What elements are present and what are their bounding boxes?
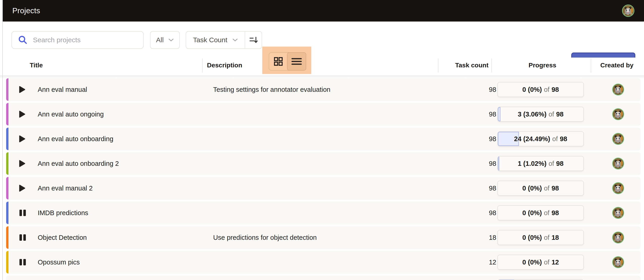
- sort-order-icon: [248, 35, 259, 45]
- creator-avatar[interactable]: [612, 84, 624, 96]
- list-view-button[interactable]: [287, 52, 306, 71]
- progress-fill: [498, 107, 500, 121]
- progress-pill: 0 (0%)of98: [498, 205, 584, 220]
- progress-pill: 1 (1.02%)of98: [498, 156, 584, 171]
- search-icon: [18, 35, 28, 45]
- filter-all-label: All: [156, 36, 164, 44]
- pause-icon: [19, 234, 26, 241]
- project-title[interactable]: IMDB predictions: [38, 202, 88, 224]
- project-color-stripe: [6, 103, 8, 125]
- header-shadow: [0, 75, 644, 79]
- play-icon: [19, 110, 26, 118]
- window-edge: [2, 0, 3, 280]
- task-count: 98: [458, 202, 496, 224]
- creator-avatar[interactable]: [612, 108, 624, 120]
- project-description: Use predictions for object detection: [213, 226, 317, 249]
- creator-avatar[interactable]: [612, 232, 624, 244]
- progress-total-label: 12: [552, 259, 559, 266]
- progress-done-label: 1 (1.02%): [518, 160, 546, 167]
- status-play: [19, 103, 28, 125]
- progress-pill: 0 (0%)of98: [498, 181, 584, 196]
- progress-of-label: of: [544, 184, 549, 192]
- project-title[interactable]: Ann eval auto onboarding 2: [38, 152, 119, 175]
- progress-of-label: of: [544, 259, 549, 266]
- project-row[interactable]: Object DetectionUse predictions for obje…: [6, 226, 640, 249]
- chevron-down-icon: [232, 38, 238, 42]
- sort-order-button[interactable]: [245, 31, 262, 48]
- status-pause: [19, 202, 28, 224]
- progress-total-label: 98: [552, 86, 559, 93]
- view-toggle-group: [269, 52, 306, 71]
- progress-done-label: 0 (0%): [522, 259, 542, 266]
- header-progress[interactable]: Progress: [520, 62, 565, 69]
- creator-avatar[interactable]: [612, 182, 624, 194]
- header-divider: [438, 58, 438, 73]
- progress-done-label: 0 (0%): [522, 86, 542, 93]
- project-row[interactable]: Ann eval manualTesting settings for anno…: [6, 78, 640, 101]
- creator-avatar[interactable]: [612, 207, 624, 219]
- progress-total-label: 18: [552, 234, 559, 241]
- header-task-count[interactable]: Task count: [446, 62, 488, 69]
- progress-done-label: 0 (0%): [522, 184, 542, 192]
- project-color-stripe: [6, 78, 8, 101]
- creator-avatar[interactable]: [612, 133, 624, 145]
- project-row[interactable]: Opossum pics120 (0%)of12: [6, 251, 640, 273]
- progress-total-label: 98: [552, 184, 559, 192]
- project-row[interactable]: Ann eval auto onboarding9824 (24.49%)of9…: [6, 128, 640, 150]
- project-title[interactable]: Object Detection: [38, 226, 87, 249]
- play-icon: [19, 184, 26, 192]
- play-icon: [19, 160, 26, 167]
- filter-all-dropdown[interactable]: All: [150, 31, 180, 49]
- project-description: Testing settings for annotator evaluatio…: [213, 78, 330, 101]
- project-row[interactable]: Ann eval auto onboarding 2981 (1.02%)of9…: [6, 152, 640, 175]
- header-title[interactable]: Title: [30, 62, 43, 69]
- status-play: [19, 128, 28, 150]
- header-description[interactable]: Description: [207, 62, 242, 69]
- task-count: 98: [458, 152, 496, 175]
- task-count: 18: [458, 226, 496, 249]
- header-created-by[interactable]: Created by: [600, 62, 634, 69]
- play-icon: [19, 86, 26, 93]
- task-count: 98: [458, 128, 496, 150]
- progress-pill: 24 (24.49%)of98: [498, 131, 584, 146]
- progress-done-label: 0 (0%): [522, 234, 542, 241]
- project-color-stripe: [6, 202, 8, 224]
- user-avatar[interactable]: [622, 4, 634, 17]
- progress-pill: 3 (3.06%)of98: [498, 107, 584, 122]
- status-play: [19, 152, 28, 175]
- pause-icon: [19, 258, 26, 266]
- project-title[interactable]: Ann eval auto ongoing: [38, 103, 104, 125]
- progress-fill: [498, 156, 499, 171]
- progress-done-label: 24 (24.49%): [514, 135, 550, 143]
- search-box[interactable]: [12, 31, 144, 49]
- header-divider: [591, 58, 591, 73]
- progress-of-label: of: [549, 160, 554, 167]
- header-divider: [202, 58, 202, 73]
- progress-of-label: of: [544, 86, 549, 93]
- project-row[interactable]: Ann eval auto ongoing983 (3.06%)of98: [6, 103, 640, 125]
- grid-view-button[interactable]: [269, 53, 288, 70]
- sort-by-label: Task Count: [193, 36, 227, 44]
- sort-by-dropdown[interactable]: Task Count: [186, 31, 245, 48]
- progress-of-label: of: [552, 135, 558, 143]
- project-title[interactable]: Ann eval manual 2: [38, 177, 92, 199]
- project-color-stripe: [6, 177, 8, 199]
- creator-avatar[interactable]: [612, 256, 624, 268]
- progress-total-label: 98: [560, 135, 567, 143]
- project-row[interactable]: [6, 276, 640, 280]
- progress-of-label: of: [544, 234, 549, 241]
- project-title[interactable]: Opossum pics: [38, 251, 80, 273]
- task-count: 98: [458, 177, 496, 199]
- pause-icon: [19, 209, 26, 217]
- project-title[interactable]: Ann eval manual: [38, 78, 87, 101]
- project-color-stripe: [6, 128, 8, 150]
- opossum-avatar-icon: [623, 5, 634, 16]
- project-row[interactable]: IMDB predictions980 (0%)of98: [6, 202, 640, 224]
- progress-of-label: of: [549, 111, 554, 118]
- project-color-stripe: [6, 251, 8, 273]
- project-title[interactable]: Ann eval auto onboarding: [38, 128, 114, 150]
- project-row[interactable]: Ann eval manual 2980 (0%)of98: [6, 177, 640, 199]
- creator-avatar[interactable]: [612, 157, 624, 169]
- search-input[interactable]: [32, 36, 138, 44]
- status-pause: [19, 251, 28, 273]
